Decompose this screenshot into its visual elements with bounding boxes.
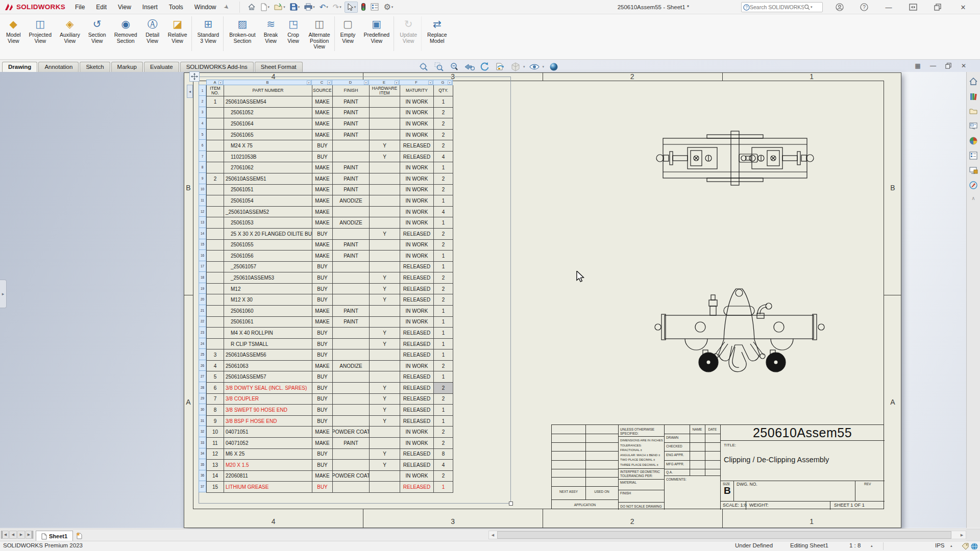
- bom-cell-part-number[interactable]: M6 X 25: [224, 449, 312, 460]
- bom-cell-hardware-item[interactable]: Y: [370, 152, 400, 163]
- bom-header-cell[interactable]: QTY.: [434, 85, 453, 96]
- bom-cell-source[interactable]: BUY: [312, 328, 333, 339]
- bom-cell-finish[interactable]: [333, 482, 370, 493]
- bom-row[interactable]: 11021053B BUY Y RELEASED 4: [207, 152, 453, 163]
- bom-column-letter-cell[interactable]: G ▾: [433, 80, 453, 85]
- sheet-tab[interactable]: Sheet1: [36, 531, 73, 541]
- bom-cell-finish[interactable]: PAINT: [333, 185, 370, 196]
- bom-cell-source[interactable]: BUY: [312, 284, 333, 295]
- bom-cell-part-number[interactable]: M24 X 75: [224, 140, 312, 152]
- minimize-button[interactable]: —: [881, 0, 896, 14]
- column-dropdown-icon[interactable]: ▾: [428, 81, 432, 85]
- command-tab[interactable]: Sheet Format: [255, 62, 303, 72]
- bom-cell-qty[interactable]: 2: [434, 108, 453, 119]
- bom-cell-maturity[interactable]: RELEASED: [400, 140, 434, 152]
- bom-cell-part-number[interactable]: 250610ASSEM54: [224, 96, 312, 108]
- column-dropdown-icon[interactable]: ▾: [364, 81, 368, 85]
- bom-cell-qty[interactable]: 4: [434, 460, 453, 471]
- file-explorer-icon[interactable]: [968, 106, 979, 117]
- bom-cell-hardware-item[interactable]: Y: [370, 272, 400, 284]
- file-properties-button[interactable]: [369, 2, 380, 13]
- bom-cell-finish[interactable]: [333, 272, 370, 284]
- window-grid-icon[interactable]: ▦: [912, 61, 924, 70]
- bom-header-cell[interactable]: MATURITY: [400, 85, 434, 96]
- ribbon-button[interactable]: ▣ Predefined View: [359, 16, 394, 51]
- dropdown-icon[interactable]: ▾: [268, 5, 270, 9]
- web-help-globe-icon[interactable]: [971, 543, 978, 551]
- bom-cell-source[interactable]: MAKE: [312, 306, 333, 317]
- bom-row-number[interactable]: 19: [199, 283, 206, 294]
- bom-cell-source[interactable]: MAKE: [312, 96, 333, 108]
- bom-cell-qty[interactable]: 1: [434, 306, 453, 317]
- bom-cell-qty[interactable]: 1: [434, 217, 453, 229]
- bom-row[interactable]: 10 04071051 MAKE POWDER COAT IN WORK 2: [207, 427, 453, 438]
- bom-cell-item-no[interactable]: [207, 240, 224, 251]
- bom-cell-maturity[interactable]: RELEASED: [400, 294, 434, 306]
- bom-cell-item-no[interactable]: [207, 294, 224, 306]
- bom-row[interactable]: 9 3/8 BSP F HOSE END BUY Y RELEASED 1: [207, 416, 453, 427]
- bom-cell-hardware-item[interactable]: Y: [370, 416, 400, 427]
- bom-row-number[interactable]: 23: [199, 327, 206, 338]
- bom-cell-qty[interactable]: 1: [434, 405, 453, 416]
- bom-cell-maturity[interactable]: IN WORK: [400, 108, 434, 119]
- column-dropdown-icon[interactable]: ▾: [327, 81, 331, 85]
- bom-row-number[interactable]: 1: [199, 85, 206, 96]
- bom-cell-qty[interactable]: 2: [434, 361, 453, 372]
- bom-row[interactable]: M4 X 40 ROLLPIN BUY Y RELEASED 1: [207, 328, 453, 339]
- menu-item[interactable]: File: [70, 2, 89, 13]
- add-sheet-button[interactable]: [73, 531, 85, 541]
- ribbon-button[interactable]: ▢ Empty View: [336, 16, 360, 51]
- ribbon-button[interactable]: ≋ Break View: [260, 16, 282, 51]
- bom-cell-part-number[interactable]: 04071051: [224, 427, 312, 438]
- bom-cell-source[interactable]: MAKE: [312, 427, 333, 438]
- bom-cell-part-number[interactable]: _250610ASSEM52: [224, 207, 312, 218]
- bom-cell-maturity[interactable]: RELEASED: [400, 383, 434, 394]
- bom-cell-hardware-item[interactable]: Y: [370, 229, 400, 240]
- search-dropdown-icon[interactable]: ▾: [811, 5, 813, 9]
- bom-cell-hardware-item[interactable]: [370, 471, 400, 482]
- bom-row-number[interactable]: 30: [199, 404, 206, 415]
- bom-cell-finish[interactable]: PAINT: [333, 438, 370, 449]
- design-library-icon[interactable]: [968, 91, 979, 102]
- bom-cell-hardware-item[interactable]: [370, 130, 400, 141]
- bom-row-number[interactable]: 32: [199, 426, 206, 437]
- title-block[interactable]: UNLESS OTHERWISE SPECIFIED: DIMENSIONS A…: [551, 424, 884, 509]
- bom-row[interactable]: _250610ASSEM52 MAKE IN WORK 4: [207, 207, 453, 218]
- bom-cell-finish[interactable]: [333, 207, 370, 218]
- bom-cell-finish[interactable]: PAINT: [333, 118, 370, 130]
- bom-row[interactable]: 13 M20 X 1.5 BUY Y RELEASED 4: [207, 460, 453, 471]
- bom-cell-qty[interactable]: 2: [434, 438, 453, 449]
- bom-cell-part-number[interactable]: 3/8 SWEPT 90 HOSE END: [224, 405, 312, 416]
- bom-cell-maturity[interactable]: IN WORK: [400, 185, 434, 196]
- bom-cell-finish[interactable]: PAINT: [333, 108, 370, 119]
- ribbon-button[interactable]: ◆ Model View: [2, 16, 25, 51]
- bom-row[interactable]: 25061054 MAKE ANODIZE IN WORK 1: [207, 195, 453, 207]
- bom-row-number[interactable]: 27: [199, 371, 206, 382]
- bom-row[interactable]: 25061052 MAKE PAINT IN WORK 2: [207, 108, 453, 119]
- bom-cell-qty[interactable]: 1: [434, 262, 453, 273]
- ribbon-button[interactable]: ⊞ Standard 3 View: [193, 16, 224, 51]
- bom-row-number[interactable]: 22: [199, 316, 206, 328]
- bom-cell-finish[interactable]: POWDER COAT: [333, 471, 370, 482]
- bom-row[interactable]: 6 3/8 DOWTY SEAL (INCL. SPARES) BUY Y RE…: [207, 383, 453, 394]
- bom-cell-maturity[interactable]: RELEASED: [400, 272, 434, 284]
- bom-cell-qty[interactable]: 1: [434, 251, 453, 262]
- bom-row[interactable]: 5 250610ASSEM57 BUY RELEASED 1: [207, 371, 453, 383]
- ribbon-button[interactable]: ▨ Broken-out Section: [225, 16, 259, 51]
- bom-cell-hardware-item[interactable]: [370, 251, 400, 262]
- bom-cell-item-no[interactable]: [207, 207, 224, 218]
- bom-cell-finish[interactable]: [333, 294, 370, 306]
- previous-view-icon[interactable]: [463, 61, 475, 72]
- bom-column-letter-cell[interactable]: F ▾: [400, 80, 433, 85]
- bom-cell-part-number[interactable]: 25061064: [224, 118, 312, 130]
- bom-cell-part-number[interactable]: R CLIP TSMALL: [224, 339, 312, 350]
- ribbon-button[interactable]: ◫ Alternate Position View: [305, 16, 335, 51]
- bom-row[interactable]: 25061053 MAKE ANODIZE IN WORK 1: [207, 217, 453, 229]
- bom-cell-source[interactable]: MAKE: [312, 317, 333, 328]
- bom-header-cell[interactable]: PART NUMBER: [224, 85, 312, 96]
- dropdown-icon[interactable]: ▾: [339, 5, 341, 9]
- bom-cell-part-number[interactable]: 250610ASSEM51: [224, 173, 312, 185]
- bom-row[interactable]: 11 04071052 MAKE PAINT IN WORK 2: [207, 438, 453, 449]
- bom-cell-maturity[interactable]: RELEASED: [400, 405, 434, 416]
- bom-cell-source[interactable]: MAKE: [312, 130, 333, 141]
